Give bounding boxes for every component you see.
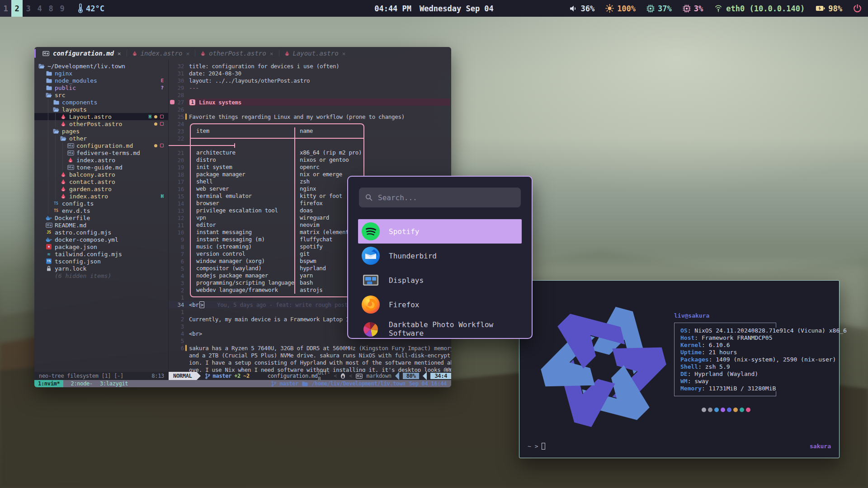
- tab-configuration.md[interactable]: configuration.md×: [37, 47, 127, 60]
- tmux-window-1[interactable]: 1:nvim*: [34, 380, 63, 387]
- markdown-h1-heading: 1Linux systems: [187, 99, 450, 106]
- gpu-module[interactable]: 3%: [683, 4, 703, 13]
- table-cell-item: version control: [196, 250, 245, 258]
- statusline-added: +2: [234, 373, 241, 379]
- tree-item-tailwind.config.mjs[interactable]: ≈tailwind.config.mjs: [34, 250, 168, 258]
- table-border-row: [190, 294, 364, 301]
- close-icon[interactable]: ×: [186, 50, 189, 57]
- tree-item-yarn.lock[interactable]: yarn.lock: [34, 265, 168, 272]
- launcher-item-label: Darktable Photo Workflow Software: [389, 320, 518, 338]
- workspace-button-8[interactable]: 8: [45, 0, 57, 17]
- tab-index.astro[interactable]: index.astro×: [127, 47, 195, 60]
- brightness-module[interactable]: 100%: [605, 4, 636, 13]
- table-column-divider: [294, 149, 295, 156]
- terminal-window-fastfetch[interactable]: liv@sakura OS: NixOS 24.11.20240828.71e9…: [519, 280, 840, 458]
- tmux-window-2[interactable]: 2:node-: [71, 380, 92, 387]
- close-icon[interactable]: ×: [270, 50, 274, 57]
- workspace-button-1[interactable]: 1: [0, 0, 11, 17]
- tree-item-package.json[interactable]: npackage.json: [34, 243, 168, 250]
- table-cell-item: init system: [196, 164, 232, 171]
- line-number: 17: [169, 178, 187, 185]
- table-row: instant messagingmatrix (element): [190, 229, 364, 236]
- tree-item-src[interactable]: src: [34, 91, 168, 99]
- tab-otherPost.astro[interactable]: otherPost.astro×: [195, 47, 278, 60]
- close-icon[interactable]: ×: [342, 50, 346, 57]
- workspace-button-4[interactable]: 4: [34, 0, 45, 17]
- tree-item-contact.astro[interactable]: contact.astro: [34, 178, 168, 185]
- tree-item-pages[interactable]: pages: [34, 127, 168, 135]
- table-cell-item: music (streaming): [196, 243, 252, 250]
- tree-item-config.ts[interactable]: TSconfig.ts: [34, 200, 168, 207]
- tree-item-configuration.md[interactable]: configuration.md: [34, 142, 168, 149]
- power-button[interactable]: [853, 4, 862, 13]
- tree-item-garden.astro[interactable]: garden.astro: [34, 185, 168, 192]
- tab-Layout.astro[interactable]: Layout.astro×: [279, 47, 351, 60]
- line-number: 2: [169, 287, 187, 294]
- git-staged-square-icon: [160, 115, 164, 118]
- fetch-info-line: Kernel: 6.10.6: [680, 342, 847, 349]
- statusline-neotree-label: neo-tree filesystem [1] [-]: [39, 373, 123, 379]
- tree-item-tone-guide.md[interactable]: tone-guide.md: [34, 164, 168, 171]
- tree-item-other[interactable]: other: [34, 135, 168, 142]
- speaker-icon: [569, 5, 577, 12]
- table-column-divider: [294, 142, 295, 149]
- close-icon[interactable]: ×: [118, 50, 121, 57]
- tree-item-index.astro[interactable]: index.astroH: [34, 192, 168, 200]
- line-number: 1: [169, 294, 187, 301]
- temperature-module[interactable]: 42°C: [78, 4, 104, 13]
- tree-item-index.astro[interactable]: index.astro: [34, 156, 168, 164]
- volume-module[interactable]: 36%: [569, 4, 594, 13]
- line-number: 34: [169, 301, 187, 308]
- tree-item-fediverse-terms.md[interactable]: fediverse-terms.md: [34, 149, 168, 156]
- tree-item-tsconfig.json[interactable]: TStsconfig.json: [34, 258, 168, 265]
- tree-item-6hiddenitems[interactable]: (6 hidden items): [34, 272, 168, 279]
- network-module[interactable]: eth0 (10.0.0.140): [714, 4, 805, 13]
- launcher-item-darktable-photo-workflow-software[interactable]: Darktable Photo Workflow Software: [358, 317, 522, 339]
- tree-item-README.md[interactable]: README.md: [34, 221, 168, 229]
- tree-item-public[interactable]: public?: [34, 84, 168, 91]
- table-row: init systemopenrc: [190, 164, 364, 171]
- neotree-file-explorer[interactable]: ~/Development/liv.townnginxnode_modulesE…: [34, 60, 169, 372]
- launcher-item-firefox[interactable]: Firefox: [358, 292, 522, 317]
- buffer-line: ove. I use Nix when I need software with…: [169, 366, 451, 372]
- tree-item-otherPost.astro[interactable]: otherPost.astro: [34, 120, 168, 127]
- table-cell-item: nodejs package manager: [196, 272, 268, 279]
- tree-item-nodemodules[interactable]: node_modulesE: [34, 77, 168, 84]
- tree-item-nginx[interactable]: nginx: [34, 70, 168, 77]
- tree-item-balcony.astro[interactable]: balcony.astro: [34, 171, 168, 178]
- launcher-item-spotify[interactable]: Spotify: [358, 219, 522, 244]
- fetch-info-label: Host: [680, 334, 694, 341]
- battery-icon: [816, 5, 825, 11]
- buffer-line: 22: [169, 135, 451, 142]
- table-cell-item: browser: [196, 200, 219, 207]
- tree-item-env.d.ts[interactable]: TSenv.d.ts: [34, 207, 168, 214]
- tree-item-astro.config.mjs[interactable]: JSastro.config.mjs: [34, 229, 168, 236]
- tree-item-Layout.astro[interactable]: Layout.astroH: [34, 113, 168, 120]
- workspace-switcher: 123489: [0, 0, 68, 17]
- tree-item-docker-compose.yml[interactable]: docker-compose.yml: [34, 236, 168, 243]
- npm-icon: n: [45, 244, 52, 249]
- workspace-button-9[interactable]: 9: [57, 0, 68, 17]
- battery-module[interactable]: 98%: [816, 4, 842, 13]
- launcher-search-box[interactable]: [359, 188, 521, 207]
- tree-item-components[interactable]: components: [34, 99, 168, 106]
- tree-item-label: contact.astro: [69, 178, 115, 185]
- astro-icon: [60, 172, 67, 178]
- workspace-button-3[interactable]: 3: [23, 0, 34, 17]
- tree-item-Developmentliv.town[interactable]: ~/Development/liv.town: [34, 62, 168, 70]
- clock[interactable]: 04:44 PM Wednesday Sep 04: [374, 4, 494, 13]
- launcher-item-thunderbird[interactable]: Thunderbird: [358, 244, 522, 268]
- tree-item-Dockerfile[interactable]: Dockerfile: [34, 214, 168, 221]
- launcher-item-displays[interactable]: Displays: [358, 268, 522, 292]
- fetch-info-value: zsh 5.9: [705, 363, 730, 370]
- tree-item-label: tone-guide.md: [76, 164, 123, 171]
- workspace-button-2[interactable]: 2: [11, 0, 23, 17]
- shell-prompt[interactable]: ~ >: [528, 443, 545, 450]
- table-cell-name: git: [300, 250, 310, 258]
- tree-item-layouts[interactable]: layouts: [34, 106, 168, 113]
- tmux-window-3[interactable]: 3:lazygit: [100, 380, 128, 387]
- powerline-separator: [197, 372, 201, 380]
- tree-item-label: balcony.astro: [69, 171, 115, 178]
- search-input[interactable]: [377, 193, 514, 202]
- cpu-module[interactable]: 37%: [646, 4, 672, 13]
